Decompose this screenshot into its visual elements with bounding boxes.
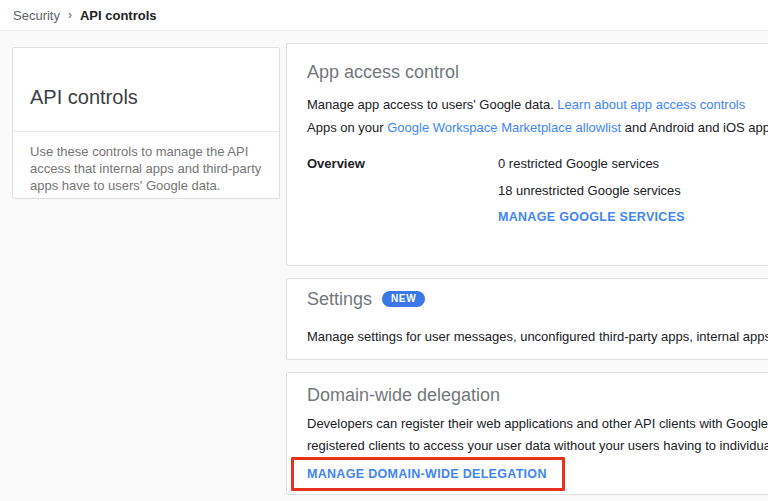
breadcrumb-security-link[interactable]: Security	[13, 8, 60, 23]
manage-domain-wide-delegation-button[interactable]: MANAGE DOMAIN-WIDE DELEGATION	[307, 467, 547, 481]
app-access-control-card: App access control Manage app access to …	[286, 43, 768, 266]
new-badge: NEW	[382, 291, 425, 307]
unrestricted-services-count: 18 unrestricted Google services	[498, 183, 685, 198]
api-controls-page: { "breadcrumb": { "section": "Security",…	[0, 0, 768, 501]
delegation-description-line2: registered clients to access your user d…	[307, 435, 768, 457]
breadcrumb: Security › API controls	[13, 0, 157, 30]
domain-wide-delegation-card: Domain-wide delegation Developers can re…	[286, 372, 768, 495]
app-access-control-title: App access control	[307, 62, 459, 83]
breadcrumb-current-page: API controls	[80, 8, 157, 23]
learn-about-app-access-link[interactable]: Learn about app access controls	[557, 97, 745, 112]
card-divider	[13, 131, 279, 132]
app-access-description-line2: Apps on your Google Workspace Marketplac…	[307, 120, 768, 135]
domain-wide-delegation-title: Domain-wide delegation	[307, 385, 500, 406]
api-controls-description: Use these controls to manage the API acc…	[30, 143, 266, 194]
app-access-p2-text1: Apps on your	[307, 120, 387, 135]
manage-google-services-button[interactable]: MANAGE GOOGLE SERVICES	[498, 210, 685, 224]
overview-label: Overview	[307, 156, 365, 171]
settings-description: Manage settings for user messages, uncon…	[307, 329, 768, 344]
settings-card: Settings NEW Manage settings for user me…	[286, 278, 768, 360]
restricted-services-count: 0 restricted Google services	[498, 156, 685, 171]
red-highlight-annotation: MANAGE DOMAIN-WIDE DELEGATION	[291, 457, 565, 491]
settings-title-text: Settings	[307, 289, 372, 310]
overview-values: 0 restricted Google services 18 unrestri…	[498, 156, 685, 224]
app-access-p1-text: Manage app access to users' Google data.	[307, 97, 557, 112]
marketplace-allowlist-link[interactable]: Google Workspace Marketplace allowlist	[387, 120, 621, 135]
delegation-description-line1: Developers can register their web applic…	[307, 413, 768, 435]
api-controls-summary-card: API controls Use these controls to manag…	[12, 47, 280, 199]
app-access-description-line1: Manage app access to users' Google data.…	[307, 97, 745, 112]
app-access-p2-text2: and Android and iOS apps on your	[621, 120, 768, 135]
chevron-right-icon: ›	[68, 8, 72, 22]
page-title: API controls	[30, 86, 138, 109]
settings-title: Settings NEW	[307, 289, 425, 310]
top-bar: Security › API controls	[0, 0, 768, 31]
